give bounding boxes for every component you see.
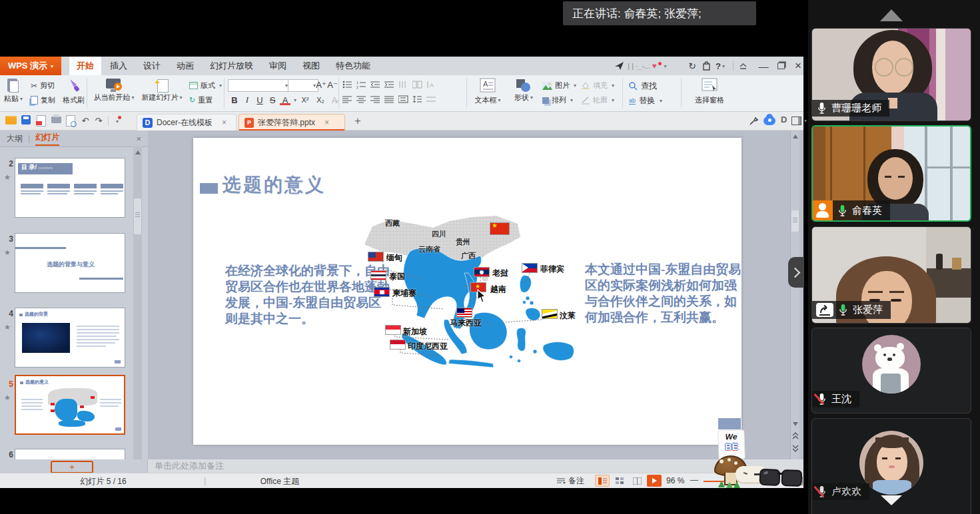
add-slide-button[interactable]: + (51, 461, 93, 473)
italic-button[interactable]: I (242, 95, 252, 105)
grow-font-button[interactable]: A⁺ (316, 80, 326, 90)
slide-thumbnail-4[interactable]: 选题的背景 (15, 308, 125, 368)
replace-button[interactable]: ab 替换▾ (629, 95, 662, 107)
collapse-video-panel-button[interactable] (788, 257, 804, 288)
slide-thumbnail-2[interactable]: 目 录/ CONTENTS (15, 158, 125, 218)
text-box-button[interactable]: A 文本框▾ (470, 78, 505, 105)
editor-scrollbar[interactable] (790, 130, 799, 459)
theme-name[interactable]: Office 主题 (240, 476, 320, 487)
video-tile-2[interactable]: 俞春英 (811, 125, 971, 222)
align-right-icon[interactable] (370, 95, 380, 103)
slideshow-button[interactable] (647, 475, 662, 487)
paragraph-spacing-icon[interactable] (426, 95, 436, 103)
save-icon[interactable] (21, 115, 31, 125)
numbering-icon[interactable]: 12 (356, 81, 366, 89)
reset-button[interactable]: ↻ 重置 (189, 95, 213, 105)
previous-slide-button[interactable] (791, 431, 799, 441)
docer-library-icon[interactable]: D (781, 115, 787, 125)
open-file-icon[interactable] (5, 116, 17, 125)
animation-star-icon[interactable]: ★ (4, 393, 11, 402)
collapse-ribbon-button[interactable] (737, 61, 749, 71)
minimize-button[interactable]: — (755, 58, 771, 74)
wps-app-menu[interactable]: WPS 演示 ▾ (0, 57, 61, 75)
justify-icon[interactable] (384, 95, 394, 103)
tab-design[interactable]: 设计 (136, 57, 168, 75)
animation-star-icon[interactable]: ★ (4, 173, 11, 182)
skin-plane-icon[interactable] (613, 59, 626, 73)
align-left-icon[interactable] (342, 95, 352, 103)
new-slide-button[interactable]: ✦ 新建幻灯片▾ (139, 78, 185, 103)
align-text-icon[interactable]: A (426, 81, 436, 89)
undo-button[interactable]: ↶ (80, 115, 91, 126)
print-preview-icon[interactable] (66, 115, 75, 127)
slide-right-text[interactable]: 本文通过中国-东盟自由贸易区的实际案例浅析如何加强与合作伙伴之间的关系，如何加强… (585, 262, 742, 326)
distribute-icon[interactable] (398, 95, 408, 103)
copy-button[interactable]: 复制 (31, 95, 55, 105)
outline-tab[interactable]: 大纲 (7, 133, 23, 144)
doc-tab-presentation[interactable]: P 张爱萍答辩.pptx × (239, 114, 345, 130)
normal-view-button[interactable] (595, 475, 610, 487)
scrollbar-thumb[interactable] (134, 198, 141, 234)
redo-button[interactable]: ↷ (93, 115, 104, 126)
play-from-current-button[interactable]: 从当前开始▾ (92, 78, 136, 103)
close-panel-icon[interactable]: × (136, 134, 141, 144)
slide-canvas[interactable]: 选题的意义 在经济全球化的背景下，自由贸易区合作也在世界各地蓬勃发展，中国-东盟… (193, 138, 741, 445)
video-tile-3[interactable]: 张爱萍 (811, 226, 971, 324)
format-painter-button[interactable]: 格式刷 (63, 78, 85, 105)
restore-button[interactable] (773, 58, 789, 74)
tab-special-features[interactable]: 特色功能 (328, 57, 378, 75)
scroll-participants-down-button[interactable] (881, 495, 902, 505)
columns-icon[interactable] (412, 81, 422, 89)
slide-thumbnail-6[interactable] (15, 449, 125, 459)
strikethrough-button[interactable]: S (267, 95, 278, 105)
slide-thumbnail-5-selected[interactable]: 选题的意义 (15, 375, 125, 435)
doc-tab-docer[interactable]: D Docer-在线模板 × (137, 114, 237, 130)
tab-view[interactable]: 视图 (295, 57, 327, 75)
cut-button[interactable]: ✂ 剪切 (31, 81, 55, 91)
close-tab-icon[interactable]: × (222, 118, 227, 127)
layout-button[interactable]: 版式▾ (189, 81, 222, 91)
text-direction-icon[interactable] (398, 81, 408, 89)
paste-button[interactable]: 粘贴▾ (4, 77, 23, 104)
slide-editor-area[interactable]: 选题的意义 在经济全球化的背景下，自由贸易区合作也在世界各地蓬勃发展，中国-东盟… (148, 130, 803, 459)
line-spacing-icon[interactable] (412, 95, 422, 103)
picture-button[interactable]: 图片▾ (542, 81, 576, 91)
panel-scrollbar[interactable] (133, 146, 142, 459)
tab-home[interactable]: 开始 (69, 57, 101, 75)
slides-tab[interactable]: 幻灯片 (35, 132, 59, 146)
skin-banner[interactable]: | | ·_-... ♥ ▾ (628, 60, 667, 72)
font-family-select[interactable]: ▾ (228, 79, 290, 92)
arrange-button[interactable]: 排列▾ (542, 95, 573, 105)
shapes-button[interactable]: 形状▾ (508, 78, 540, 103)
close-button[interactable]: × (790, 58, 806, 74)
chevron-down-icon[interactable]: ▾ (294, 97, 296, 103)
align-center-icon[interactable] (356, 95, 366, 103)
selection-pane-button[interactable]: 选择窗格 (689, 78, 730, 105)
fill-button[interactable]: 填充▾ (581, 81, 614, 91)
animation-star-icon[interactable]: ★ (4, 323, 11, 332)
scroll-up-arrow[interactable] (793, 134, 798, 138)
help-button[interactable]: ?▾ (713, 60, 728, 72)
workspace-panel-icon[interactable]: ▾ (791, 117, 807, 125)
tab-animation[interactable]: 动画 (169, 57, 201, 75)
video-tile-1[interactable]: 曹珊珊老师 (811, 28, 971, 121)
scroll-up-arrow[interactable] (135, 150, 141, 154)
tools-icon[interactable] (749, 117, 758, 128)
cloud-sync-icon[interactable] (763, 117, 775, 125)
shrink-font-button[interactable]: A⁻ (327, 80, 338, 90)
decrease-indent-icon[interactable] (370, 81, 380, 89)
customize-qat-button[interactable]: ▾ (112, 117, 121, 125)
export-pdf-icon[interactable] (37, 115, 46, 127)
slide-thumbnail-3[interactable]: 选题的背景与意义 (15, 233, 125, 293)
tab-insert[interactable]: 插入 (103, 57, 135, 75)
notes-toggle-button[interactable]: 备注 (557, 475, 584, 487)
reading-view-button[interactable] (630, 475, 644, 487)
font-size-select[interactable]: ▾ (288, 79, 318, 92)
scroll-participants-up-button[interactable] (880, 9, 903, 21)
scrollbar-thumb[interactable] (791, 210, 799, 232)
find-button[interactable]: 查找 (629, 81, 657, 92)
video-tile-4[interactable]: 王沈 (811, 328, 971, 413)
tab-slideshow[interactable]: 幻灯片放映 (203, 57, 260, 75)
outline-button[interactable]: 轮廓▾ (581, 95, 614, 105)
print-icon[interactable] (51, 117, 61, 123)
